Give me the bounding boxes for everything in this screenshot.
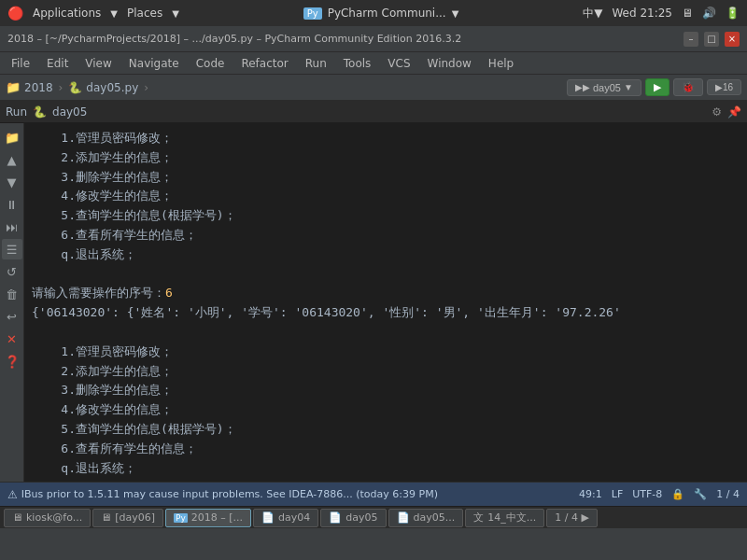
console-area[interactable]: 1.管理员密码修改； 2.添加学生的信息； 3.删除学生的信息； 4.修改学生的… (24, 123, 747, 482)
taskbar-day06[interactable]: 🖥 [day06] (92, 509, 163, 527)
status-message[interactable]: IBus prior to 1.5.11 may cause input pro… (21, 488, 438, 500)
toolbar-step-btn[interactable]: ⏭ (2, 217, 22, 237)
pycharm-taskbar-icon: Py (303, 7, 322, 20)
status-right: 49:1 LF UTF-8 🔒 🔧 1 / 4 (579, 488, 740, 500)
menu-item-tools[interactable]: Tools (336, 55, 379, 72)
menu-item-window[interactable]: Window (420, 55, 479, 72)
taskbar-day05b-label: day05... (414, 511, 456, 524)
run-bar-left: Run 🐍 day05 (6, 105, 87, 119)
title-bar: 2018 – [~/PycharmProjects/2018] – .../da… (0, 26, 747, 52)
left-toolbar: 📁 ▲ ▼ ⏸ ⏭ ☰ ↺ 🗑 ↩ ✕ ❓ (0, 123, 24, 482)
taskbar-kiosk-icon: 🖥 (12, 511, 22, 524)
applications-menu[interactable]: Applications (33, 7, 101, 20)
run-settings-icon[interactable]: ⚙ (712, 105, 722, 119)
main-area: 📁 ▲ ▼ ⏸ ⏭ ☰ ↺ 🗑 ↩ ✕ ❓ 1.管理员密码修改； 2.添加学生的… (0, 123, 747, 482)
run-pin-icon[interactable]: 📌 (727, 105, 741, 119)
coverage-button[interactable]: ▶16 (707, 79, 741, 95)
run-bar: Run 🐍 day05 ⚙ 📌 (0, 101, 747, 123)
toolbar-refresh-btn[interactable]: ↺ (2, 261, 22, 282)
menu-item-code[interactable]: Code (189, 55, 233, 72)
console-menu-3: 3.删除学生的信息； (32, 381, 740, 400)
console-menu-5: 5.查询学生的信息(根据学号)； (32, 420, 740, 440)
console-blank-2 (32, 323, 740, 343)
breadcrumb-chevron-1: › (59, 81, 63, 94)
system-menu-icon: 🔴 (7, 6, 23, 21)
taskbar-kiosk[interactable]: 🖥 kiosk@fo... (4, 509, 91, 527)
pycharm-window-title: PyCharm Communi... (328, 7, 446, 20)
toolbar-delete-btn[interactable]: 🗑 (2, 284, 22, 304)
menu-item-file[interactable]: File (4, 55, 37, 72)
git-icon: 🔧 (694, 488, 707, 500)
taskbar-pagenum[interactable]: 1 / 4 ▶ (546, 509, 598, 527)
console-data-line: {'06143020': {'姓名': '小明', '学号': '0614302… (32, 303, 740, 323)
taskbar-day05b[interactable]: 📄 day05... (388, 509, 464, 527)
debug-button[interactable]: 🐞 (673, 78, 703, 96)
taskbar-day04[interactable]: 📄 day04 (253, 509, 318, 527)
file-name[interactable]: day05.py (86, 81, 138, 94)
taskbar-day05b-icon: 📄 (397, 511, 410, 524)
status-left: ⚠ IBus prior to 1.5.11 may cause input p… (7, 488, 438, 501)
breadcrumb-chevron-2: › (144, 81, 148, 94)
taskbar-day06-label: [day06] (115, 511, 155, 524)
toolbar-pause-btn[interactable]: ⏸ (2, 194, 22, 215)
console-line-5: 5.查询学生的信息(根据学号)； (32, 206, 740, 226)
menu-item-run[interactable]: Run (298, 55, 334, 72)
toolbar-down-btn[interactable]: ▼ (2, 172, 22, 192)
console-line-6: 6.查看所有学生的信息； (32, 226, 740, 245)
cursor-position: 49:1 (579, 488, 602, 500)
taskbar-day05-icon: 📄 (329, 511, 342, 524)
input-method[interactable]: 中▼ (583, 6, 602, 21)
run-config-name: day05 (593, 82, 621, 93)
folder-icon: 📁 (6, 80, 21, 94)
maximize-button[interactable]: □ (704, 32, 719, 47)
console-line-4: 4.修改学生的信息； (32, 187, 740, 206)
console-line-3: 3.删除学生的信息； (32, 168, 740, 188)
menu-item-edit[interactable]: Edit (39, 55, 76, 72)
status-bar: ⚠ IBus prior to 1.5.11 may cause input p… (0, 482, 747, 506)
taskbar-2018[interactable]: Py 2018 – [... (165, 509, 251, 527)
menu-item-view[interactable]: View (78, 55, 119, 72)
run-config-selector[interactable]: ▶▶ day05 ▼ (567, 79, 641, 96)
console-blank-3 (32, 478, 740, 482)
line-separator: LF (612, 488, 623, 500)
folder-name[interactable]: 2018 (24, 81, 53, 94)
input-value-1: 6 (165, 286, 173, 300)
run-button[interactable]: ▶ (645, 78, 669, 96)
run-bar-right: ⚙ 📌 (712, 105, 741, 119)
console-input-1: 请输入需要操作的序号：6 (32, 284, 740, 303)
system-bar-center: Py PyCharm Communi... ▼ (303, 7, 459, 20)
run-config-icon: ▶▶ (575, 82, 590, 92)
menu-item-refactor[interactable]: Refactor (233, 55, 295, 72)
menu-item-vcs[interactable]: VCS (380, 55, 417, 72)
console-line-7: q.退出系统； (32, 245, 740, 265)
close-button[interactable]: × (725, 32, 740, 47)
menu-item-navigate[interactable]: Navigate (121, 55, 187, 72)
console-menu-1: 1.管理员密码修改； (32, 343, 740, 362)
console-line-2: 2.添加学生的信息； (32, 148, 740, 168)
title-dropdown-icon[interactable]: ▼ (452, 8, 459, 19)
coverage-icon: ▶16 (715, 82, 733, 92)
taskbar-chinese[interactable]: 文 14_中文... (465, 509, 544, 527)
taskbar-day04-icon: 📄 (261, 511, 275, 524)
toolbar-help-btn[interactable]: ❓ (2, 351, 22, 371)
nav-left: 📁 2018 › 🐍 day05.py › (6, 80, 150, 94)
console-menu-q: q.退出系统； (32, 459, 740, 479)
taskbar-2018-label: 2018 – [... (191, 511, 243, 524)
taskbar-day04-label: day04 (278, 511, 310, 524)
toolbar-back-btn[interactable]: ↩ (2, 306, 22, 327)
run-icon: ▶ (654, 81, 661, 93)
console-blank-1 (32, 265, 740, 285)
toolbar-up-btn[interactable]: ▲ (2, 149, 22, 170)
menu-item-help[interactable]: Help (481, 55, 521, 72)
run-name: day05 (52, 105, 87, 119)
toolbar-list-btn[interactable]: ☰ (2, 239, 22, 259)
toolbar-close-btn[interactable]: ✕ (2, 329, 22, 349)
places-menu[interactable]: Places (127, 7, 162, 20)
menu-bar: FileEditViewNavigateCodeRefactorRunTools… (0, 52, 747, 75)
taskbar-day05[interactable]: 📄 day05 (320, 509, 386, 527)
toolbar-folder-btn[interactable]: 📁 (2, 127, 22, 147)
run-label: Run (6, 105, 27, 119)
nav-bar: 📁 2018 › 🐍 day05.py › ▶▶ day05 ▼ ▶ 🐞 ▶16 (0, 75, 747, 101)
system-bar: 🔴 Applications ▼ Places ▼ Py PyCharm Com… (0, 0, 747, 26)
minimize-button[interactable]: – (684, 32, 698, 47)
